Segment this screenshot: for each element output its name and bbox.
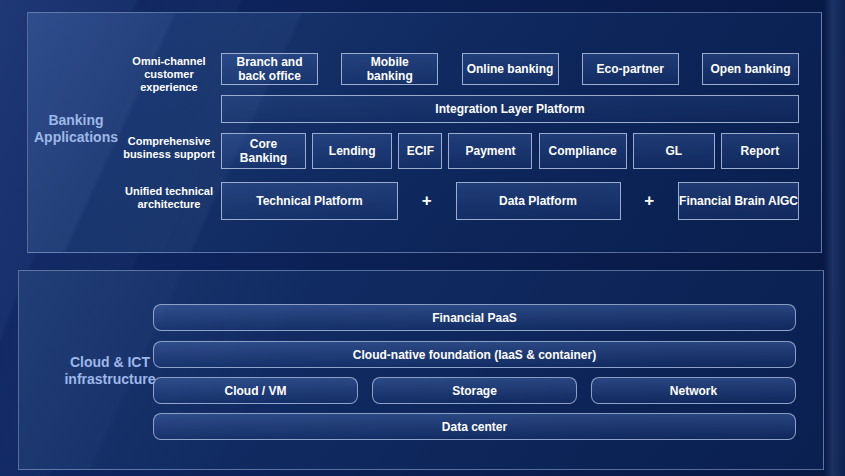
box-payment: Payment (448, 133, 532, 169)
box-eco-partner: Eco-partner (582, 53, 679, 85)
architecture-boxes-row: Technical Platform + Data Platform + Fin… (221, 182, 799, 220)
cloud-native-foundation-row: Cloud-native foundation (IaaS & containe… (153, 341, 796, 368)
box-ecif: ECIF (398, 133, 442, 169)
box-storage: Storage (372, 377, 577, 404)
box-branch-and-back-office: Branch and back office (221, 53, 318, 85)
box-financial-brain-aigc: Financial Brain AIGC (678, 182, 799, 220)
label-omni-channel-customer-experience: Omni-channel customer experience (117, 55, 221, 94)
banking-applications-title: Banking Applications (28, 112, 124, 146)
box-mobile-banking: Mobile banking (341, 53, 438, 85)
plus-separator-icon: + (422, 191, 432, 211)
label-comprehensive-business-support: Comprehensive business support (117, 135, 221, 161)
box-financial-paas: Financial PaaS (153, 304, 796, 331)
box-compliance: Compliance (539, 133, 627, 169)
financial-paas-row: Financial PaaS (153, 304, 796, 331)
label-unified-technical-architecture: Unified technical architecture (117, 185, 221, 211)
box-technical-platform: Technical Platform (221, 182, 398, 220)
infrastructure-boxes-row: Cloud / VM Storage Network (153, 377, 796, 404)
box-network: Network (591, 377, 796, 404)
cloud-ict-infrastructure-panel: Cloud & ICT infrastructure Financial Paa… (18, 270, 824, 470)
box-gl: GL (633, 133, 715, 169)
data-center-row: Data center (153, 413, 796, 440)
box-online-banking: Online banking (462, 53, 559, 85)
integration-layer-row: Integration Layer Platform (221, 95, 799, 123)
box-core-banking: Core Banking (221, 133, 306, 169)
banking-applications-panel: Banking Applications Omni-channel custom… (27, 12, 822, 253)
box-data-platform: Data Platform (456, 182, 621, 220)
box-integration-layer-platform: Integration Layer Platform (221, 95, 799, 123)
plus-separator-icon: + (644, 191, 654, 211)
channel-boxes-row: Branch and back office Mobile banking On… (221, 53, 799, 85)
box-lending: Lending (312, 133, 392, 169)
box-cloud-native-foundation: Cloud-native foundation (IaaS & containe… (153, 341, 796, 368)
box-data-center: Data center (153, 413, 796, 440)
business-boxes-row: Core Banking Lending ECIF Payment Compli… (221, 133, 799, 169)
box-open-banking: Open banking (702, 53, 799, 85)
box-report: Report (721, 133, 799, 169)
box-cloud-vm: Cloud / VM (153, 377, 358, 404)
